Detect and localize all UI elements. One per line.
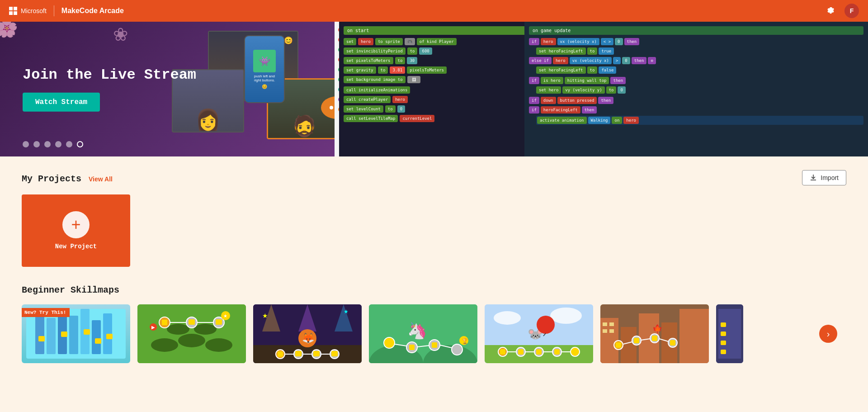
import-button[interactable]: Import bbox=[802, 170, 846, 185]
skillmap-card-7[interactable] bbox=[716, 304, 743, 363]
skillmaps-grid: New? Try This! bbox=[22, 304, 846, 363]
svg-rect-108 bbox=[670, 340, 675, 346]
new-tag-1: New? Try This! bbox=[22, 308, 70, 317]
microsoft-logo[interactable]: Microsoft bbox=[9, 7, 47, 15]
svg-rect-99 bbox=[616, 342, 621, 348]
svg-rect-79 bbox=[536, 349, 542, 355]
view-all-link[interactable]: View All bbox=[89, 175, 113, 183]
chat-dot-1 bbox=[330, 106, 333, 109]
svg-point-68 bbox=[494, 311, 521, 325]
svg-text:🍁: 🍁 bbox=[652, 324, 663, 334]
svg-rect-93 bbox=[603, 322, 607, 326]
settings-button[interactable] bbox=[823, 3, 839, 19]
skillmap-card-6[interactable]: 🍁 bbox=[600, 304, 709, 363]
svg-rect-12 bbox=[106, 334, 113, 339]
skillmap-visual-6: 🍁 bbox=[600, 304, 709, 363]
right-code-line-6: set hero vy (velocity y) to 0 bbox=[536, 86, 863, 94]
import-icon bbox=[810, 174, 817, 181]
main-content: My Projects View All Import + New Projec… bbox=[0, 156, 868, 377]
svg-rect-111 bbox=[721, 322, 726, 327]
svg-rect-27 bbox=[189, 319, 195, 325]
new-project-card[interactable]: + New Project bbox=[22, 194, 130, 267]
svg-text:🦄: 🦄 bbox=[407, 321, 427, 340]
skillmap-visual-2: ★ ▶ bbox=[137, 304, 246, 363]
svg-rect-94 bbox=[609, 322, 614, 326]
phone-mockup: 👾 push left andright buttons. 😊 bbox=[244, 35, 285, 103]
right-code-line-1: if hero vx (velocity x) < > 0 then bbox=[529, 38, 863, 45]
header-divider bbox=[54, 5, 54, 16]
skillmap-card-1[interactable]: New? Try This! bbox=[22, 304, 130, 363]
skillmap-card-2[interactable]: ★ ▶ bbox=[137, 304, 246, 363]
my-projects-title-area: My Projects View All bbox=[22, 174, 113, 184]
svg-point-69 bbox=[550, 308, 582, 324]
skillmaps-wrapper: New? Try This! bbox=[22, 304, 846, 363]
skillmap-bg-2: ★ ▶ bbox=[137, 304, 246, 363]
hero-dot-1[interactable] bbox=[23, 141, 29, 147]
svg-rect-96 bbox=[609, 329, 614, 333]
skillmaps-next-button[interactable]: › bbox=[819, 325, 837, 343]
svg-point-72 bbox=[537, 316, 555, 334]
right-code-line-7: if down button pressed then bbox=[529, 97, 863, 104]
new-project-label: New Project bbox=[55, 243, 97, 250]
hero-dot-2[interactable] bbox=[33, 141, 40, 147]
code-on-game-update: on game update bbox=[529, 26, 863, 35]
user-avatar[interactable]: F bbox=[844, 4, 859, 18]
hero-dot-5[interactable] bbox=[66, 141, 72, 147]
skillmap-card-3[interactable]: 🦊 ★ ★ bbox=[253, 304, 362, 363]
svg-rect-6 bbox=[92, 320, 101, 354]
svg-rect-101 bbox=[634, 338, 639, 343]
hero-dot-6[interactable] bbox=[77, 141, 83, 147]
skillmap-visual-4: 🦄 bbox=[369, 304, 477, 363]
right-code-line-4: set heroFacingLeft to false bbox=[536, 66, 863, 74]
svg-rect-60 bbox=[432, 342, 437, 348]
svg-rect-92 bbox=[679, 309, 709, 363]
svg-point-15 bbox=[178, 334, 205, 347]
svg-rect-28 bbox=[216, 319, 222, 325]
svg-rect-49 bbox=[313, 351, 320, 356]
hero-content: Join the Live Stream Watch Stream bbox=[23, 66, 196, 112]
svg-text:★: ★ bbox=[262, 312, 268, 319]
settings-icon bbox=[826, 6, 835, 15]
right-code-line-5: if is hero hitting wall top then bbox=[529, 77, 863, 84]
skillmaps-title: Beginner Skillmaps bbox=[22, 285, 119, 295]
svg-rect-48 bbox=[295, 351, 302, 356]
svg-rect-77 bbox=[518, 349, 524, 355]
hero-dots bbox=[23, 141, 83, 147]
svg-point-17 bbox=[167, 324, 189, 335]
right-code-line-3: else if hero vx (velocity x) > 0 then ⊖ bbox=[529, 57, 863, 64]
skillmap-visual-5: 🐭 bbox=[485, 304, 593, 363]
projects-grid: + New Project bbox=[22, 194, 846, 267]
import-label: Import bbox=[821, 174, 839, 181]
svg-rect-75 bbox=[500, 349, 505, 355]
svg-rect-114 bbox=[721, 350, 726, 354]
svg-rect-9 bbox=[61, 331, 67, 337]
microsoft-label: Microsoft bbox=[21, 7, 47, 14]
skillmap-card-4[interactable]: 🦄 bbox=[369, 304, 477, 363]
svg-text:★: ★ bbox=[344, 308, 349, 315]
hero-dot-4[interactable] bbox=[55, 141, 61, 147]
svg-rect-56 bbox=[387, 340, 392, 346]
svg-rect-2 bbox=[47, 318, 56, 354]
svg-point-61 bbox=[452, 344, 462, 355]
right-code-area: on game update if hero vx (velocity x) <… bbox=[524, 22, 868, 156]
skillmap-card-5[interactable]: 🐭 bbox=[485, 304, 593, 363]
svg-rect-112 bbox=[721, 331, 726, 336]
my-projects-header: My Projects View All Import bbox=[22, 170, 846, 185]
svg-text:▶: ▶ bbox=[151, 325, 155, 330]
project-actions: Import bbox=[802, 170, 846, 185]
decorative-flower-left: 🌸 bbox=[0, 22, 18, 38]
watch-stream-button[interactable]: Watch Stream bbox=[23, 93, 100, 112]
svg-rect-95 bbox=[603, 329, 607, 333]
hero-title: Join the Live Stream bbox=[23, 66, 196, 84]
skillmap-bg-3: 🦊 ★ ★ bbox=[253, 304, 362, 363]
plus-icon: + bbox=[62, 211, 90, 238]
skillmaps-header: Beginner Skillmaps bbox=[22, 285, 846, 295]
hero-banner: 🌸 ❀ 🧔 😊 👩 🧔 👾 push left bbox=[0, 22, 868, 156]
svg-rect-20 bbox=[162, 320, 167, 325]
svg-point-16 bbox=[205, 338, 232, 352]
svg-text:★: ★ bbox=[223, 313, 227, 318]
skillmap-bg-5: 🐭 bbox=[485, 304, 593, 363]
skillmap-bg-7 bbox=[716, 304, 743, 363]
skillmap-visual-7 bbox=[716, 304, 743, 363]
hero-dot-3[interactable] bbox=[44, 141, 51, 147]
